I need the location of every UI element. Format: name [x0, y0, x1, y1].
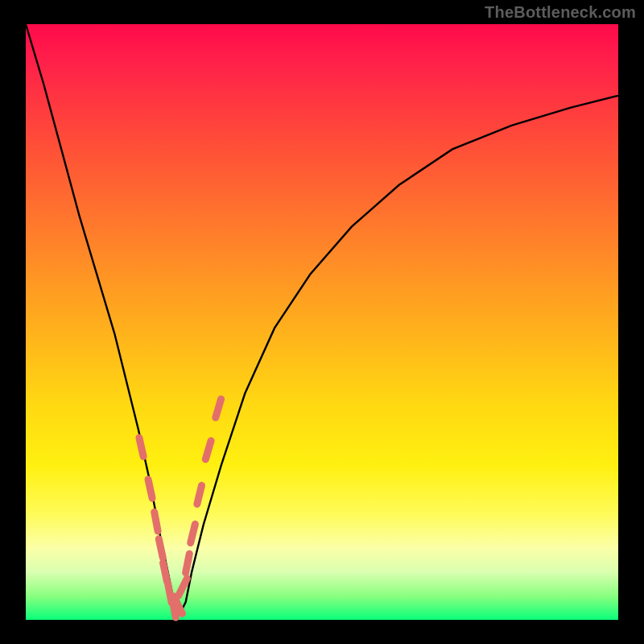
curve-marker [159, 539, 163, 558]
curve-marker [155, 512, 158, 531]
curve-marker [139, 438, 143, 456]
curve-marker [186, 554, 190, 573]
curve-path [26, 24, 618, 614]
curve-marker [197, 485, 202, 504]
curve-marker [148, 480, 152, 498]
plot-area [26, 24, 618, 620]
curve-marker [216, 399, 221, 418]
watermark-text: TheBottleneck.com [485, 3, 636, 22]
chart-frame: TheBottleneck.com [0, 0, 644, 644]
bottleneck-curve [26, 24, 618, 614]
curve-marker [163, 563, 167, 581]
curve-marker [191, 524, 196, 543]
curve-marker [205, 441, 211, 460]
curve-layer [26, 24, 618, 620]
curve-marker [179, 579, 188, 596]
